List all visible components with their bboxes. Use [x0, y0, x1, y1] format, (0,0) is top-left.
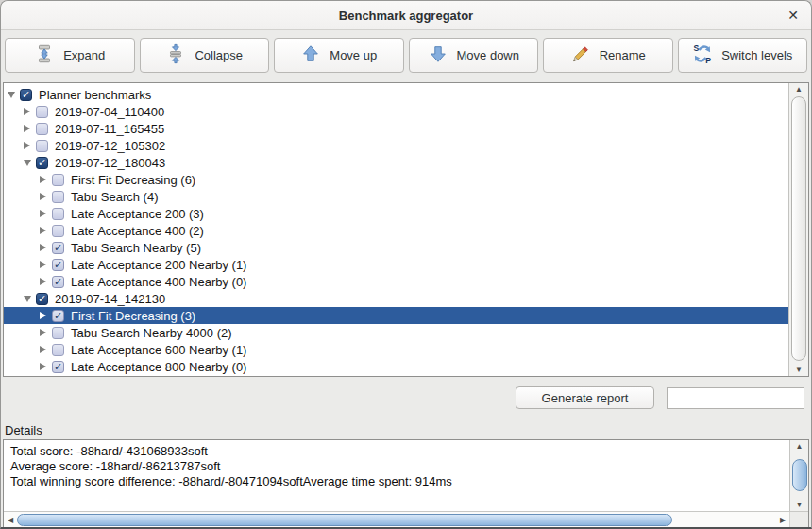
chevron-down-icon[interactable]: [24, 160, 31, 166]
tree-item[interactable]: ✓Tabu Search Nearby (5): [4, 239, 788, 256]
move-up-button-label: Move up: [330, 48, 377, 62]
tree-item-label: Tabu Search Nearby (5): [71, 241, 201, 255]
tree-item[interactable]: Late Acceptance 400 (2): [4, 222, 788, 239]
titlebar[interactable]: Benchmark aggregator ✕: [1, 1, 811, 30]
tree-item[interactable]: ✓Late Acceptance 400 Nearby (0): [4, 273, 788, 290]
scroll-up-icon[interactable]: ▲: [789, 83, 808, 95]
report-name-input[interactable]: [667, 387, 804, 409]
benchmark-tree: ✓Planner benchmarks2019-07-04_1104002019…: [3, 82, 809, 377]
details-line: Average score: -18hard/-86213787soft: [10, 459, 783, 474]
generate-report-button[interactable]: Generate report: [516, 386, 654, 409]
tree-item[interactable]: ✓First Fit Decreasing (3): [4, 307, 788, 324]
details-scrollbar-thumb[interactable]: [792, 459, 807, 491]
chevron-right-icon[interactable]: [40, 193, 46, 200]
tree-item-label: 2019-07-14_142130: [55, 292, 165, 306]
chevron-right-icon[interactable]: [24, 142, 30, 149]
tree-item-label: Late Acceptance 400 (2): [71, 224, 204, 238]
checkbox-icon[interactable]: [36, 123, 48, 135]
expand-button[interactable]: Expand: [5, 38, 135, 73]
collapse-button-label: Collapse: [195, 48, 243, 62]
tree-item[interactable]: First Fit Decreasing (6): [4, 171, 788, 188]
app-window: Benchmark aggregator ✕ Expand Collapse: [0, 0, 812, 529]
tree-item[interactable]: ✓Late Acceptance 200 Nearby (1): [4, 256, 788, 273]
tree-item[interactable]: 2019-07-04_110400: [4, 103, 788, 120]
scroll-up-icon[interactable]: ▲: [790, 440, 808, 452]
details-line: Total score: -88hard/-431068933soft: [10, 444, 783, 459]
tree-item[interactable]: 2019-07-12_105302: [4, 137, 788, 154]
switch-levels-icon: S P: [692, 43, 713, 67]
scroll-down-icon[interactable]: ▼: [789, 364, 808, 376]
details-horizontal-scrollbar[interactable]: ◀ ▶: [4, 511, 808, 527]
chevron-right-icon[interactable]: [40, 261, 46, 268]
tree-item-label: Late Acceptance 200 Nearby (1): [71, 258, 246, 272]
checkbox-icon[interactable]: ✓: [52, 310, 64, 322]
checkbox-icon[interactable]: [52, 327, 64, 339]
tree-item-label: Late Acceptance 600 Nearby (1): [71, 343, 246, 357]
details-text[interactable]: Total score: -88hard/-431068933softAvera…: [4, 440, 789, 511]
tree-item-label: Late Acceptance 200 (3): [71, 207, 204, 221]
tree-item-label: 2019-07-11_165455: [55, 122, 164, 136]
tree-item[interactable]: ✓Planner benchmarks: [4, 86, 788, 103]
chevron-down-icon[interactable]: [8, 92, 15, 98]
scroll-right-icon[interactable]: ▶: [776, 512, 789, 527]
checkbox-icon[interactable]: ✓: [36, 157, 48, 169]
tree-item[interactable]: Tabu Search (4): [4, 188, 788, 205]
pencil-icon: [570, 43, 591, 67]
rename-button[interactable]: Rename: [543, 38, 673, 73]
details-vertical-scrollbar[interactable]: ▲ ▼: [789, 440, 808, 511]
chevron-right-icon[interactable]: [24, 125, 30, 132]
tree-item[interactable]: ✓2019-07-14_142130: [4, 290, 788, 307]
scrollbar-corner: [789, 512, 808, 527]
checkbox-icon[interactable]: [52, 225, 64, 237]
horizontal-scrollbar-thumb[interactable]: [17, 514, 672, 526]
checkbox-icon[interactable]: [52, 191, 64, 203]
collapse-icon: [165, 43, 186, 67]
scroll-left-icon[interactable]: ◀: [4, 512, 17, 527]
checkbox-icon[interactable]: ✓: [52, 259, 64, 271]
tree-item[interactable]: ✓2019-07-12_180043: [4, 154, 788, 171]
tree-vertical-scrollbar[interactable]: ▲ ▼: [788, 83, 808, 376]
tree-item[interactable]: Tabu Search Nearby 4000 (2): [4, 324, 788, 341]
tree-item[interactable]: Late Acceptance 600 Nearby (1): [4, 341, 788, 358]
checkbox-icon[interactable]: [36, 140, 48, 152]
tree-item-label: Planner benchmarks: [39, 88, 151, 102]
switch-levels-button-label: Switch levels: [721, 48, 792, 62]
checkbox-icon[interactable]: [52, 208, 64, 220]
tree-item[interactable]: Late Acceptance 200 (3): [4, 205, 788, 222]
checkbox-icon[interactable]: ✓: [52, 276, 64, 288]
checkbox-icon[interactable]: ✓: [36, 293, 48, 305]
chevron-right-icon[interactable]: [40, 346, 46, 353]
chevron-down-icon[interactable]: [24, 296, 31, 302]
tree-item-label: First Fit Decreasing (3): [71, 309, 195, 323]
chevron-right-icon[interactable]: [40, 210, 46, 217]
expand-button-label: Expand: [63, 48, 105, 62]
scroll-down-icon[interactable]: ▼: [790, 499, 808, 511]
chevron-right-icon[interactable]: [40, 227, 46, 234]
chevron-right-icon[interactable]: [40, 176, 46, 183]
checkbox-icon[interactable]: [52, 174, 64, 186]
chevron-right-icon[interactable]: [40, 312, 46, 319]
tree-item[interactable]: ✓Late Acceptance 800 Nearby (0): [4, 358, 788, 375]
tree-item-label: 2019-07-12_105302: [55, 139, 165, 153]
checkbox-icon[interactable]: [36, 106, 48, 118]
checkbox-icon[interactable]: [52, 344, 64, 356]
tree-rows: ✓Planner benchmarks2019-07-04_1104002019…: [4, 83, 788, 375]
checkbox-icon[interactable]: ✓: [52, 242, 64, 254]
chevron-right-icon[interactable]: [24, 108, 30, 115]
tree-scrollbar-thumb[interactable]: [791, 96, 806, 361]
details-label: Details: [5, 423, 811, 437]
tree-item[interactable]: 2019-07-11_165455: [4, 120, 788, 137]
chevron-right-icon[interactable]: [40, 278, 46, 285]
chevron-right-icon[interactable]: [40, 329, 46, 336]
switch-levels-button[interactable]: S P Switch levels: [678, 38, 808, 73]
collapse-button[interactable]: Collapse: [140, 38, 270, 73]
checkbox-icon[interactable]: ✓: [20, 89, 32, 101]
arrow-down-icon: [428, 43, 448, 67]
move-down-button[interactable]: Move down: [409, 38, 539, 73]
checkbox-icon[interactable]: ✓: [52, 361, 64, 373]
move-up-button[interactable]: Move up: [274, 38, 404, 73]
chevron-right-icon[interactable]: [40, 363, 46, 370]
close-icon[interactable]: ✕: [787, 7, 799, 24]
chevron-right-icon[interactable]: [40, 244, 46, 251]
tree-item-label: 2019-07-04_110400: [55, 105, 164, 119]
